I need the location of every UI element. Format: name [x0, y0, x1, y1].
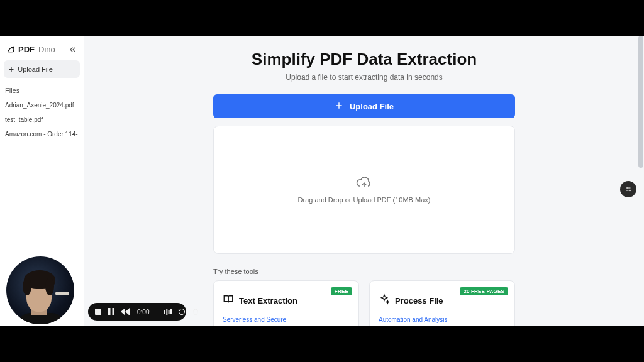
sparkle-icon [379, 293, 390, 307]
svg-rect-4 [108, 308, 111, 315]
svg-rect-6 [164, 310, 165, 314]
app-window: PDF Dino + Upload File Files Adrian_Axen… [0, 36, 644, 326]
webcam-avatar[interactable] [6, 256, 74, 324]
trash-icon[interactable] [192, 307, 199, 316]
page-subtitle: Upload a file to start extracting data i… [122, 73, 606, 82]
sidebar-upload-button[interactable]: + Upload File [4, 60, 80, 78]
svg-point-0 [12, 47, 13, 48]
card-head: Process File [379, 293, 506, 307]
upload-file-button[interactable]: Upload File [213, 94, 515, 118]
settings-fab[interactable] [620, 181, 636, 197]
svg-point-1 [626, 187, 628, 189]
card-desc: Organizes text and extracts key data int… [379, 326, 506, 326]
page-title: Simplify PDF Data Extraction [122, 50, 606, 69]
tool-card-process-file[interactable]: 20 FREE PAGES Process File Automation an… [369, 280, 515, 326]
equalizer-icon[interactable] [164, 307, 172, 316]
pause-button[interactable] [108, 307, 114, 316]
svg-rect-5 [113, 308, 115, 315]
tool-card-text-extraction[interactable]: FREE Text Extraction Serverless and Secu… [213, 280, 359, 326]
svg-rect-7 [167, 309, 168, 315]
tool-cards: FREE Text Extraction Serverless and Secu… [213, 280, 515, 326]
card-desc: Extract and convert PDF content into tex… [223, 326, 350, 326]
card-link[interactable]: Automation and Analysis [379, 316, 506, 323]
card-title: Process File [395, 296, 443, 305]
file-item[interactable]: test_table.pdf [4, 112, 80, 127]
card-link[interactable]: Serverless and Secure [223, 316, 350, 323]
files-heading: Files [5, 87, 79, 94]
scrollbar[interactable] [638, 36, 643, 168]
svg-rect-3 [95, 309, 101, 315]
drop-zone[interactable]: Drag and Drop or Upload PDF (10MB Max) [213, 126, 515, 254]
brand-suffix: Dino [38, 45, 55, 54]
brand-name: PDF [18, 45, 35, 54]
card-head: Text Extraction [223, 293, 350, 307]
brand[interactable]: PDF Dino [6, 45, 55, 54]
card-title: Text Extraction [239, 296, 297, 305]
svg-rect-9 [170, 309, 172, 314]
badge-free: FREE [331, 287, 352, 295]
badge-free-pages: 20 FREE PAGES [460, 287, 508, 295]
tools-label: Try these tools [213, 268, 515, 275]
plus-icon: + [9, 65, 14, 74]
cloud-upload-icon [355, 176, 373, 190]
sidebar-upload-label: Upload File [18, 65, 53, 73]
stop-button[interactable] [94, 307, 102, 316]
upload-file-label: Upload File [350, 102, 394, 111]
restart-icon[interactable] [178, 307, 186, 316]
file-item[interactable]: Adrian_Axenie_2024.pdf [4, 98, 80, 112]
drop-zone-text: Drag and Drop or Upload PDF (10MB Max) [298, 196, 431, 204]
brand-row: PDF Dino [4, 42, 80, 60]
main-content: Simplify PDF Data Extraction Upload a fi… [84, 36, 644, 326]
svg-rect-8 [169, 310, 170, 314]
plus-icon [335, 101, 343, 112]
brand-icon [6, 45, 15, 54]
recording-player: 0:00 [88, 303, 186, 321]
rewind-button[interactable] [121, 307, 130, 316]
player-time: 0:00 [137, 309, 149, 315]
svg-point-2 [630, 190, 631, 191]
book-icon [223, 293, 234, 307]
file-item[interactable]: Amazon.com - Order 114- [4, 127, 80, 141]
collapse-sidebar-icon[interactable] [69, 45, 77, 54]
